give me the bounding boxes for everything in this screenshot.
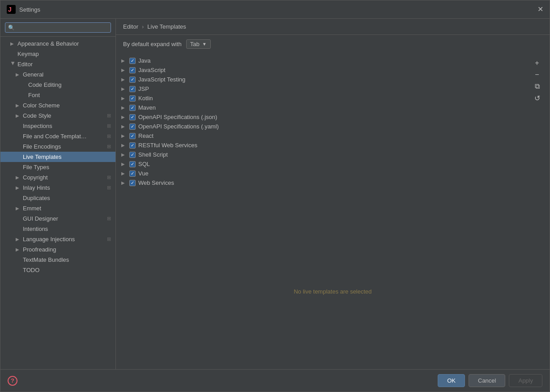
sidebar-item-label: Intentions — [23, 226, 111, 232]
add-template-button[interactable]: + — [532, 58, 542, 68]
copy-template-button[interactable]: ⧉ — [532, 81, 542, 92]
sidebar: 🔍 ▶Appearance & BehaviorKeymap▶Editor▶Ge… — [0, 19, 116, 369]
template-group-react[interactable]: ▶✓React — [118, 131, 528, 141]
ok-button[interactable]: OK — [438, 374, 465, 387]
sidebar-item-label: General — [23, 71, 111, 78]
main-content: 🔍 ▶Appearance & BehaviorKeymap▶Editor▶Ge… — [0, 19, 550, 369]
template-group-restful[interactable]: ▶✓RESTful Web Services — [118, 141, 528, 150]
checkbox-check-icon: ✓ — [131, 96, 134, 101]
sidebar-item-emmet[interactable]: ▶Emmet — [0, 203, 115, 213]
template-group-javascript[interactable]: ▶✓JavaScript — [118, 65, 528, 75]
cancel-button[interactable]: Cancel — [469, 374, 505, 387]
template-checkbox[interactable]: ✓ — [129, 133, 136, 139]
template-checkbox[interactable]: ✓ — [129, 114, 136, 120]
right-panel: Editor › Live Templates By default expan… — [116, 19, 550, 369]
sidebar-item-general[interactable]: ▶General — [0, 69, 115, 80]
search-wrapper[interactable]: 🔍 — [5, 22, 111, 33]
sidebar-item-inspections[interactable]: Inspections⊞ — [0, 121, 115, 131]
template-checkbox[interactable]: ✓ — [129, 124, 136, 130]
sidebar-item-label: Appearance & Behavior — [17, 40, 111, 47]
sidebar-item-todo[interactable]: TODO — [0, 265, 115, 275]
template-group-java[interactable]: ▶✓Java — [118, 56, 528, 65]
expand-select[interactable]: Tab ▼ — [186, 39, 211, 49]
sidebar-item-inlay-hints[interactable]: ▶Inlay Hints⊞ — [0, 183, 115, 193]
checkbox-check-icon: ✓ — [131, 181, 134, 185]
sidebar-item-label: Font — [28, 92, 111, 98]
sidebar-item-language-injections[interactable]: ▶Language Injections⊞ — [0, 234, 115, 244]
sidebar-item-file-encodings[interactable]: File Encodings⊞ — [0, 141, 115, 152]
title-bar: J Settings ✕ — [0, 0, 550, 19]
template-group-name: OpenAPI Specifications (.json) — [138, 114, 217, 120]
template-checkbox[interactable]: ✓ — [129, 77, 136, 83]
sidebar-item-label: Inspections — [23, 123, 103, 129]
sidebar-item-file-and-code-templates[interactable]: File and Code Templat…⊞ — [0, 131, 115, 141]
sidebar-item-proofreading[interactable]: ▶Proofreading — [0, 244, 115, 255]
template-group-name: JavaScript Testing — [138, 76, 185, 83]
sidebar-item-live-templates[interactable]: Live Templates — [0, 152, 115, 162]
template-group-shell-script[interactable]: ▶✓Shell Script — [118, 150, 528, 159]
template-group-sql[interactable]: ▶✓SQL — [118, 159, 528, 169]
bottom-bar: ? OK Cancel Apply — [0, 369, 550, 392]
no-template-message: No live templates are selected — [116, 214, 550, 369]
sidebar-item-duplicates[interactable]: Duplicates — [0, 193, 115, 203]
chevron-icon: ▶ — [16, 103, 21, 108]
template-group-jsp[interactable]: ▶✓JSP — [118, 84, 528, 94]
search-icon: 🔍 — [8, 25, 15, 31]
sidebar-item-textmate-bundles[interactable]: TextMate Bundles — [0, 255, 115, 265]
help-button[interactable]: ? — [8, 376, 17, 386]
restore-template-button[interactable]: ↺ — [532, 93, 542, 103]
sidebar-item-copyright[interactable]: ▶Copyright⊞ — [0, 172, 115, 183]
sidebar-item-label: File Types — [23, 164, 111, 170]
sidebar-item-appearance[interactable]: ▶Appearance & Behavior — [0, 38, 115, 49]
sidebar-item-keymap[interactable]: Keymap — [0, 49, 115, 59]
sidebar-item-font[interactable]: Font — [0, 90, 115, 100]
search-input[interactable] — [17, 24, 108, 31]
template-checkbox[interactable]: ✓ — [129, 86, 136, 92]
sidebar-item-label: Duplicates — [23, 195, 111, 201]
svg-text:J: J — [8, 6, 12, 13]
close-button[interactable]: ✕ — [537, 6, 543, 13]
template-checkbox[interactable]: ✓ — [129, 67, 136, 73]
sidebar-item-code-style[interactable]: ▶Code Style⊞ — [0, 111, 115, 121]
scrollbar[interactable] — [544, 56, 550, 211]
chevron-icon: ▶ — [16, 72, 21, 77]
template-checkbox[interactable]: ✓ — [129, 142, 136, 149]
template-group-vue[interactable]: ▶✓Vue — [118, 169, 528, 178]
chevron-icon: ▶ — [16, 113, 21, 118]
template-checkbox[interactable]: ✓ — [129, 161, 136, 167]
chevron-icon: ▶ — [16, 185, 21, 190]
copy-icon: ⊞ — [107, 123, 111, 129]
template-group-name: Shell Script — [138, 151, 168, 158]
template-checkbox[interactable]: ✓ — [129, 180, 136, 186]
sidebar-item-label: Color Scheme — [23, 102, 111, 109]
sidebar-item-code-editing[interactable]: Code Editing — [0, 80, 115, 90]
sidebar-item-color-scheme[interactable]: ▶Color Scheme — [0, 100, 115, 111]
template-checkbox[interactable]: ✓ — [129, 170, 136, 177]
sidebar-item-editor[interactable]: ▶Editor — [0, 59, 115, 69]
sidebar-item-label: Copyright — [23, 174, 103, 181]
apply-button[interactable]: Apply — [509, 374, 542, 387]
template-group-javascript-testing[interactable]: ▶✓JavaScript Testing — [118, 75, 528, 84]
checkbox-check-icon: ✓ — [131, 153, 134, 157]
sidebar-item-intentions[interactable]: Intentions — [0, 224, 115, 234]
expand-label: By default expand with — [123, 41, 182, 47]
template-chevron-icon: ▶ — [121, 86, 127, 91]
template-group-name: JavaScript — [138, 67, 166, 73]
remove-template-button[interactable]: − — [532, 69, 542, 80]
sidebar-item-file-types[interactable]: File Types — [0, 162, 115, 172]
template-checkbox[interactable]: ✓ — [129, 95, 136, 102]
template-checkbox[interactable]: ✓ — [129, 105, 136, 111]
sidebar-item-gui-designer[interactable]: GUI Designer⊞ — [0, 213, 115, 224]
chevron-icon: ▶ — [11, 62, 16, 67]
template-group-openapi-json[interactable]: ▶✓OpenAPI Specifications (.json) — [118, 112, 528, 122]
template-group-kotlin[interactable]: ▶✓Kotlin — [118, 94, 528, 103]
breadcrumb-separator: › — [142, 23, 144, 30]
template-group-web-services[interactable]: ▶✓Web Services — [118, 178, 528, 187]
template-group-openapi-yaml[interactable]: ▶✓OpenAPI Specifications (.yaml) — [118, 122, 528, 131]
template-checkbox[interactable]: ✓ — [129, 152, 136, 158]
template-group-maven[interactable]: ▶✓Maven — [118, 103, 528, 112]
checkbox-check-icon: ✓ — [131, 59, 134, 63]
template-group-name: Maven — [138, 104, 156, 111]
template-group-name: Vue — [138, 170, 149, 177]
template-checkbox[interactable]: ✓ — [129, 58, 136, 64]
